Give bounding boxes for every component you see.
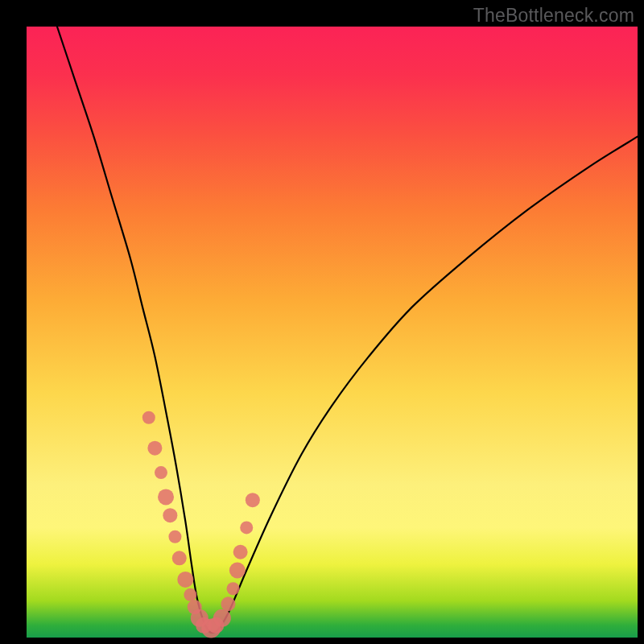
sample-dot: [142, 411, 155, 424]
sample-dot: [213, 609, 231, 627]
sample-dot: [240, 521, 253, 534]
sample-dot: [147, 441, 162, 456]
sample-dots-group: [142, 411, 260, 638]
sample-dot: [227, 582, 240, 595]
sample-dot: [184, 588, 196, 601]
watermark-text: TheBottleneck.com: [473, 5, 634, 27]
sample-dot: [163, 508, 177, 522]
sample-dot: [233, 545, 248, 559]
sample-dot: [229, 563, 246, 579]
chart-frame: TheBottleneck.com: [0, 0, 644, 644]
sample-dot: [177, 572, 193, 588]
plot-area: [27, 27, 638, 638]
sample-dot: [168, 530, 181, 543]
sample-dot: [158, 489, 174, 505]
sample-dot: [172, 551, 187, 565]
bottleneck-curve: [57, 27, 638, 633]
sample-dot: [155, 466, 167, 479]
chart-svg: [27, 27, 638, 638]
sample-dot: [221, 597, 235, 611]
sample-dot: [246, 493, 260, 507]
